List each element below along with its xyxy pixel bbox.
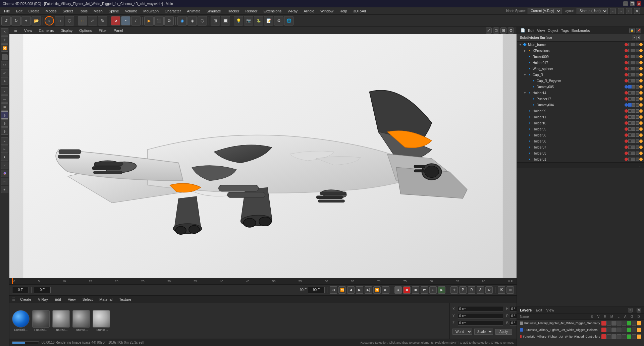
h17-sq-2[interactable] [632, 61, 635, 64]
layer-m-ctrl[interactable] [616, 334, 621, 339]
viewport-layout-btn[interactable]: ⊞ [500, 27, 506, 34]
bottom-texture-btn[interactable]: Texture [117, 297, 133, 302]
play-btn[interactable]: ▶ [356, 286, 363, 294]
menu-edit[interactable]: Edit [13, 8, 25, 14]
p17-sq-3[interactable] [636, 97, 639, 101]
d004-sq-2[interactable] [632, 103, 635, 107]
tool-bevel[interactable]: ⟋ [1, 162, 8, 169]
scale-system-select[interactable]: Scale [474, 329, 493, 335]
layer-a-geo[interactable] [627, 321, 631, 326]
capr-dot[interactable] [625, 73, 628, 76]
layer-v-geo[interactable] [606, 321, 611, 326]
tree-item-cap-r[interactable]: ▼ 🔹 Cap_R [517, 72, 644, 78]
menu-character[interactable]: Character [162, 8, 183, 14]
tree-dot-1[interactable] [625, 43, 628, 46]
rocket-sq-3[interactable] [636, 55, 639, 58]
obj-tree-toggle[interactable]: × [632, 36, 637, 40]
tree-item-holder07[interactable]: ▶ 🔹 Holder07 [517, 144, 644, 150]
tree-item-dummy005[interactable]: ▶ 🔹 Dummy005 [517, 84, 644, 90]
layout-btn-3[interactable]: + [626, 8, 632, 14]
open-btn[interactable]: 📂 [32, 16, 41, 25]
record-auto-btn[interactable]: ● [394, 286, 402, 294]
tree-item-holder05[interactable]: ▶ 🔹 Holder05 [517, 126, 644, 132]
material-item-5[interactable]: Futuristi... [93, 310, 110, 332]
wing-sq-3[interactable] [636, 67, 639, 70]
d005-sq-3[interactable] [636, 85, 639, 89]
tree-dot-2[interactable] [639, 43, 643, 46]
h14-dot[interactable] [625, 91, 628, 95]
layers-view-tab[interactable]: View [546, 308, 554, 312]
d005-sq-1[interactable] [628, 85, 632, 89]
h14-sq-1[interactable] [628, 91, 632, 95]
layer-r-geo[interactable] [611, 321, 616, 326]
undo-btn[interactable]: ↺ [1, 16, 11, 25]
bottom-vray-btn[interactable]: V-Ray [36, 297, 50, 302]
menu-select[interactable]: Select [60, 8, 76, 14]
layer-v-help[interactable] [606, 328, 611, 332]
capr-dot-2[interactable] [639, 73, 643, 76]
edge-mode-btn[interactable]: / [131, 16, 141, 25]
tool-model[interactable]: □ [2, 54, 8, 60]
layer-helpers[interactable]: Futuristic_Military_Fighter_Jet_White_Ri… [517, 327, 644, 333]
tree-sq-3[interactable] [636, 43, 639, 46]
tree-item-holder10[interactable]: ▶ 🔹 Holder10 [517, 120, 644, 126]
capb-sq-1[interactable] [628, 79, 632, 82]
layers-tab[interactable]: Layers [520, 308, 532, 312]
capr-sq-1[interactable] [628, 73, 632, 76]
material-item-2[interactable]: Futuristi... [32, 310, 50, 332]
coord-y-input[interactable] [458, 313, 503, 319]
wing-sq-2[interactable] [632, 67, 635, 70]
menu-spline[interactable]: Spline [106, 8, 122, 14]
menu-render[interactable]: Render [243, 8, 260, 14]
h17-dot[interactable] [625, 61, 628, 64]
menu-create[interactable]: Create [26, 8, 42, 14]
bottom-select-btn[interactable]: Select [80, 297, 95, 302]
tool-spline[interactable]: ∿ [1, 137, 8, 145]
layer-d-ctrl[interactable] [637, 334, 641, 339]
render-active-btn[interactable]: ▶ [144, 16, 154, 25]
tool-sculpt[interactable]: ◈ [1, 77, 8, 84]
tool-poly[interactable]: ▦ [1, 103, 8, 111]
xpr-sq-2[interactable] [632, 49, 635, 52]
window-controls[interactable]: — ❐ ✕ [623, 1, 641, 6]
redo-btn[interactable]: ↻ [11, 16, 21, 25]
loop-all-btn[interactable]: ⊙ [429, 286, 437, 294]
layer-g-help[interactable] [632, 328, 636, 332]
layers-edit-tab[interactable]: Edit [536, 308, 542, 312]
light-btn[interactable]: 💡 [234, 16, 243, 25]
rocket-dot[interactable] [625, 55, 628, 58]
tree-item-holder14[interactable]: ▼ 🔹 Holder14 [517, 90, 644, 96]
d004-sq-1[interactable] [628, 103, 632, 107]
layer-v-ctrl[interactable] [606, 334, 611, 339]
python-btn[interactable]: 🐍 [254, 16, 263, 25]
layer-s-ctrl[interactable] [601, 334, 606, 339]
xpr-dot-2[interactable] [639, 49, 643, 52]
layer-s-help[interactable] [601, 328, 606, 332]
tree-item-holder03[interactable]: ▶ 🔹 Holder03 [517, 150, 644, 156]
h17-dot-2[interactable] [639, 61, 643, 64]
rp-edit-btn[interactable]: Edit [527, 28, 535, 33]
xpr-dot[interactable] [625, 49, 628, 52]
xpr-sq-3[interactable] [636, 49, 639, 52]
material-btn[interactable]: ◈ [187, 16, 197, 25]
maximize-btn[interactable]: ❐ [630, 1, 635, 6]
new-obj-btn[interactable]: + [21, 16, 31, 25]
3d-viewport[interactable] [9, 34, 517, 278]
capr-sq-2[interactable] [632, 73, 635, 76]
p17-dot-2[interactable] [639, 97, 643, 101]
menu-tracker[interactable]: Tracker [224, 8, 242, 14]
layer-m-geo[interactable] [616, 321, 621, 326]
menu-mograph[interactable]: MoGraph [141, 8, 161, 14]
tree-item-holder08[interactable]: ▶ 🔹 Holder08 [517, 138, 644, 144]
key-param-btn[interactable]: ⚙ [485, 286, 493, 294]
rocket-sq-1[interactable] [628, 55, 632, 58]
frame-counter-2[interactable] [34, 287, 51, 293]
key-pos-btn[interactable]: P [459, 286, 467, 294]
close-btn[interactable]: ✕ [637, 1, 641, 6]
render-preview-btn[interactable]: ⬛ [154, 16, 164, 25]
h17-sq-1[interactable] [628, 61, 632, 64]
material-item-1[interactable]: Controlli... [12, 310, 30, 332]
render-settings-btn[interactable]: ⚙ [164, 16, 174, 25]
bottom-view-btn[interactable]: View [66, 297, 78, 302]
wing-dot-2[interactable] [639, 67, 643, 70]
